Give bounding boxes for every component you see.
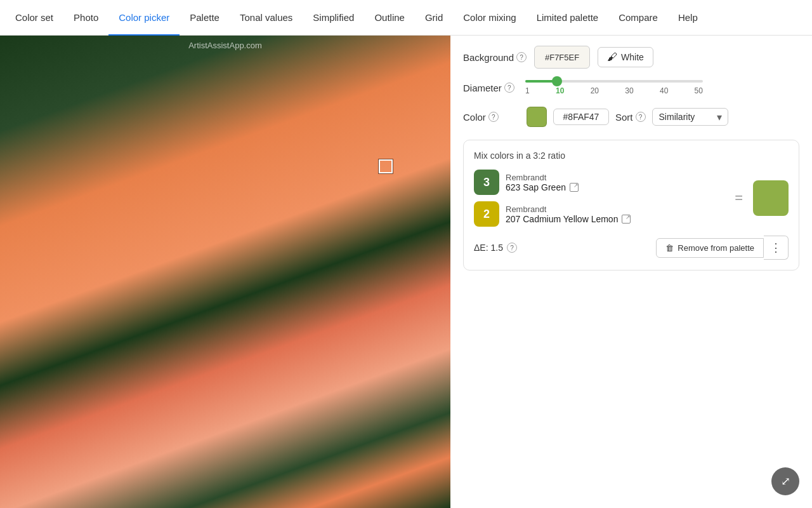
more-options-button[interactable]: ⋮ <box>764 236 789 260</box>
nav-item-help[interactable]: Help <box>668 0 708 36</box>
mix-color-2: 2 Rembrandt 207 Cadmium Yellow Lemon <box>474 201 724 227</box>
slider-label-20: 20 <box>591 86 599 95</box>
color-hex-value[interactable]: #8FAF47 <box>553 109 609 125</box>
slider-labels: 1 10 20 30 40 50 <box>525 86 703 95</box>
sort-label: Sort ? <box>615 112 646 123</box>
navigation: Color setPhotoColor pickerPaletteTonal v… <box>0 0 812 36</box>
sort-help-icon[interactable]: ? <box>636 112 646 122</box>
white-button[interactable]: 🖌 White <box>598 47 653 67</box>
color-badge-2: 2 <box>474 201 499 227</box>
color-label: Color ? <box>463 112 520 123</box>
slider-track[interactable] <box>525 80 703 83</box>
fullscreen-icon: ⤢ <box>781 474 790 488</box>
diameter-label: Diameter ? <box>463 83 520 93</box>
nav-item-grid[interactable]: Grid <box>415 0 453 36</box>
sort-select[interactable]: Similarity Name Hue <box>652 108 728 126</box>
paint-icon: 🖌 <box>607 51 617 63</box>
diameter-slider-wrapper: 1 10 20 30 40 50 <box>525 80 703 95</box>
diameter-help-icon[interactable]: ? <box>504 83 514 93</box>
nav-item-palette[interactable]: Palette <box>180 0 230 36</box>
delta-actions: 🗑 Remove from palette ⋮ <box>656 236 789 260</box>
image-canvas[interactable]: ArtistAssistApp.com <box>0 36 450 508</box>
nav-item-compare[interactable]: Compare <box>608 0 668 36</box>
fullscreen-button[interactable]: ⤢ <box>771 467 799 495</box>
delta-help-icon[interactable]: ? <box>507 243 517 253</box>
color-swatch[interactable] <box>527 107 547 127</box>
result-swatch <box>753 180 789 216</box>
equals-sign: = <box>735 190 743 206</box>
mix-title: Mix colors in a 3:2 ratio <box>474 150 789 161</box>
slider-label-30: 30 <box>625 86 633 95</box>
nav-item-photo[interactable]: Photo <box>63 0 108 36</box>
nav-item-simplified[interactable]: Simplified <box>303 0 364 36</box>
background-row: Background ? #F7F5EF 🖌 White <box>463 46 799 69</box>
nav-item-color-set[interactable]: Color set <box>5 0 63 36</box>
color-brand-2: Rembrandt <box>506 204 724 214</box>
background-color-box[interactable]: #F7F5EF <box>534 46 590 69</box>
color-info-1: Rembrandt 623 Sap Green <box>506 173 724 192</box>
sort-select-wrapper: Similarity Name Hue <box>652 108 728 126</box>
nav-item-tonal-values[interactable]: Tonal values <box>230 0 303 36</box>
nav-item-outline[interactable]: Outline <box>364 0 415 36</box>
color-name-1: 623 Sap Green <box>506 182 724 192</box>
open-link-icon-1[interactable] <box>570 183 579 192</box>
mix-colors-left: 3 Rembrandt 623 Sap Green 2 <box>474 170 724 227</box>
color-help-icon[interactable]: ? <box>488 112 499 122</box>
diameter-row: Diameter ? 1 10 20 30 40 50 <box>463 80 799 95</box>
slider-label-40: 40 <box>660 86 668 95</box>
background-label: Background ? <box>463 52 527 63</box>
slider-label-50: 50 <box>695 86 703 95</box>
nav-item-color-mixing[interactable]: Color mixing <box>453 0 526 36</box>
remove-from-palette-button[interactable]: 🗑 Remove from palette <box>656 238 764 258</box>
delta-row: ΔE: 1.5 ? 🗑 Remove from palette ⋮ <box>474 236 789 260</box>
color-picker-crosshair[interactable] <box>379 159 393 173</box>
slider-label-10: 10 <box>556 86 564 95</box>
nav-item-limited-palette[interactable]: Limited palette <box>527 0 609 36</box>
mix-colors-row: 3 Rembrandt 623 Sap Green 2 <box>474 170 789 227</box>
color-brand-1: Rembrandt <box>506 173 724 182</box>
slider-thumb[interactable] <box>552 76 562 86</box>
slider-label-1: 1 <box>525 86 530 95</box>
color-badge-1: 3 <box>474 170 499 195</box>
nav-item-color-picker[interactable]: Color picker <box>108 0 180 36</box>
mix-color-1: 3 Rembrandt 623 Sap Green <box>474 170 724 195</box>
color-info-2: Rembrandt 207 Cadmium Yellow Lemon <box>506 204 724 224</box>
mix-card: Mix colors in a 3:2 ratio 3 Rembrandt 62… <box>463 140 799 271</box>
right-panel: Background ? #F7F5EF 🖌 White Diameter ? <box>450 36 812 508</box>
color-row: Color ? #8FAF47 Sort ? Similarity Name H… <box>463 107 799 127</box>
color-name-2: 207 Cadmium Yellow Lemon <box>506 214 724 224</box>
trash-icon: 🗑 <box>665 243 674 253</box>
background-help-icon[interactable]: ? <box>516 52 527 62</box>
delta-label: ΔE: 1.5 ? <box>474 243 517 253</box>
open-link-icon-2[interactable] <box>622 215 631 224</box>
